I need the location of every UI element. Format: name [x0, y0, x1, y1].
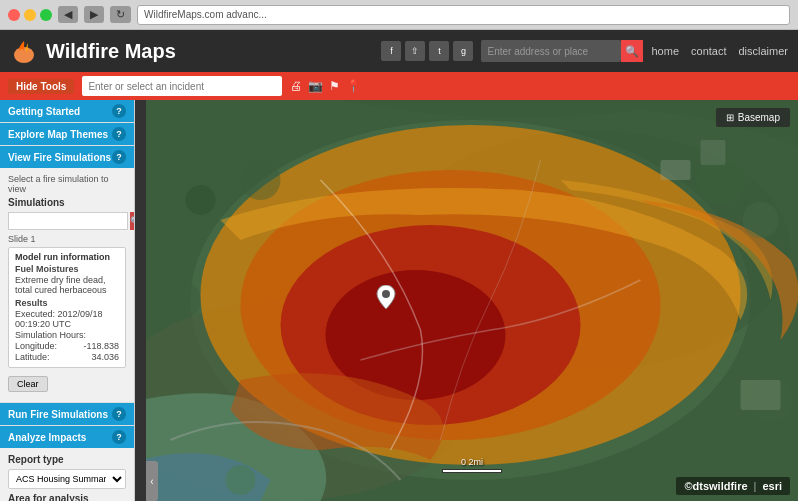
facebook-icon[interactable]: f	[381, 41, 401, 61]
sidebar-section-getting-started: Getting Started ?	[0, 100, 134, 123]
sim-hours-row: Simulation Hours:	[15, 330, 119, 340]
analyze-help-icon[interactable]: ?	[112, 430, 126, 444]
run-fire-help-icon[interactable]: ?	[112, 407, 126, 421]
fuel-moistures-value: Extreme dry fine dead, total cured herba…	[15, 275, 119, 295]
view-fire-body: Select a fire simulation to view Simulat…	[0, 168, 134, 402]
explore-map-themes-header[interactable]: Explore Map Themes ?	[0, 123, 134, 145]
svg-rect-18	[741, 380, 781, 410]
results-label: Results	[15, 298, 119, 308]
incident-input[interactable]	[82, 76, 282, 96]
analyze-body: Report type ACS Housing Summary Area for…	[0, 448, 134, 501]
simulation-search-button[interactable]: 🔍	[130, 212, 135, 230]
toolbar-icons: 🖨 📷 ⚑ 📍	[290, 79, 361, 93]
sidebar-collapse-button[interactable]: ‹	[146, 461, 158, 501]
toolbar-flag-icon[interactable]: ⚑	[329, 79, 340, 93]
sidebar-section-run-fire: Run Fire Simulations ?	[0, 403, 134, 426]
hide-tools-button[interactable]: Hide Tools	[8, 79, 74, 94]
wildfire-logo-icon	[10, 37, 38, 65]
map-area[interactable]: ⊞ Basemap 0 2mi ©dtswildfire | esri	[146, 100, 798, 501]
slide-number: Slide 1	[8, 234, 126, 244]
map-footer: ©dtswildfire | esri	[676, 477, 790, 495]
social-icons: f ⇧ t g	[381, 41, 473, 61]
getting-started-header[interactable]: Getting Started ?	[0, 100, 134, 122]
svg-rect-17	[701, 140, 726, 165]
longitude-row: Longitude: -118.838	[15, 341, 119, 351]
svg-point-10	[241, 160, 281, 200]
sidebar-section-analyze: Analyze Impacts ? Report type ACS Housin…	[0, 426, 134, 501]
latitude-row: Latitude: 34.036	[15, 352, 119, 362]
toolbar-pin-icon[interactable]: 📍	[346, 79, 361, 93]
sidebar-section-explore: Explore Map Themes ?	[0, 123, 134, 146]
simulation-info-box: Model run information Fuel Moistures Ext…	[8, 247, 126, 368]
svg-point-19	[382, 290, 390, 298]
explore-help-icon[interactable]: ?	[112, 127, 126, 141]
close-window-button[interactable]	[8, 9, 20, 21]
app-title: Wildfire Maps	[46, 40, 176, 63]
svg-point-9	[186, 185, 216, 215]
report-type-select[interactable]: ACS Housing Summary	[8, 469, 126, 489]
app-header: Wildfire Maps f ⇧ t g 🔍 home contact dis…	[0, 30, 798, 72]
run-fire-simulations-header[interactable]: Run Fire Simulations ?	[0, 403, 134, 425]
map-location-pin	[376, 285, 396, 309]
esri-logo: esri	[762, 480, 782, 492]
clear-button[interactable]: Clear	[8, 376, 48, 392]
svg-point-12	[743, 202, 779, 238]
minimize-window-button[interactable]	[24, 9, 36, 21]
svg-point-15	[226, 465, 256, 495]
map-background	[146, 100, 798, 501]
toolbar-camera-icon[interactable]: 📷	[308, 79, 323, 93]
view-fire-help-icon[interactable]: ?	[112, 150, 126, 164]
back-button[interactable]: ◀	[58, 6, 78, 23]
share-icon[interactable]: ⇧	[405, 41, 425, 61]
simulation-search-row: 🔍	[8, 212, 126, 230]
address-search-button[interactable]: 🔍	[621, 40, 643, 62]
nav-home[interactable]: home	[651, 45, 679, 57]
getting-started-help-icon[interactable]: ?	[112, 104, 126, 118]
sidebar: Getting Started ? Explore Map Themes ? V…	[0, 100, 135, 501]
logo-area: Wildfire Maps	[10, 37, 381, 65]
scale-bar: 0 2mi	[442, 457, 502, 473]
nav-disclaimer[interactable]: disclaimer	[738, 45, 788, 57]
executed-row: Executed: 2012/09/18 00:19:20 UTC	[15, 309, 119, 329]
forward-button[interactable]: ▶	[84, 6, 104, 23]
svg-point-0	[14, 47, 34, 63]
area-label: Area for analysis	[8, 493, 126, 501]
simulation-search-input[interactable]	[8, 212, 128, 230]
header-right: f ⇧ t g 🔍 home contact disclaimer	[381, 40, 788, 62]
view-fire-simulations-header[interactable]: View Fire Simulations ?	[0, 146, 134, 168]
toolbar-print-icon[interactable]: 🖨	[290, 79, 302, 93]
address-search-input[interactable]	[481, 40, 621, 62]
svg-point-13	[161, 280, 201, 320]
googleplus-icon[interactable]: g	[453, 41, 473, 61]
toolbar: Hide Tools 🖨 📷 ⚑ 📍	[0, 72, 798, 100]
dtswildfire-logo: ©dtswildfire	[684, 480, 747, 492]
fuel-moistures-label: Fuel Moistures	[15, 264, 119, 274]
svg-rect-16	[661, 160, 691, 180]
basemap-grid-icon: ⊞	[726, 112, 734, 123]
twitter-icon[interactable]: t	[429, 41, 449, 61]
refresh-button[interactable]: ↻	[110, 6, 131, 23]
sidebar-section-view-fire: View Fire Simulations ? Select a fire si…	[0, 146, 134, 403]
basemap-button[interactable]: ⊞ Basemap	[716, 108, 790, 127]
browser-chrome: ◀ ▶ ↻ WildfireMaps.com advanc...	[0, 0, 798, 30]
analyze-impacts-header[interactable]: Analyze Impacts ?	[0, 426, 134, 448]
model-run-title: Model run information	[15, 252, 119, 262]
select-simulation-label: Select a fire simulation to view	[8, 174, 126, 194]
maximize-window-button[interactable]	[40, 9, 52, 21]
report-type-label: Report type	[8, 454, 126, 465]
browser-window-controls	[8, 9, 52, 21]
app-wrapper: Wildfire Maps f ⇧ t g 🔍 home contact dis…	[0, 30, 798, 501]
header-nav: home contact disclaimer	[651, 45, 788, 57]
simulations-label: Simulations	[8, 197, 126, 208]
main-content: Getting Started ? Explore Map Themes ? V…	[0, 100, 798, 501]
address-bar[interactable]: WildfireMaps.com advanc...	[137, 5, 790, 25]
nav-contact[interactable]: contact	[691, 45, 726, 57]
